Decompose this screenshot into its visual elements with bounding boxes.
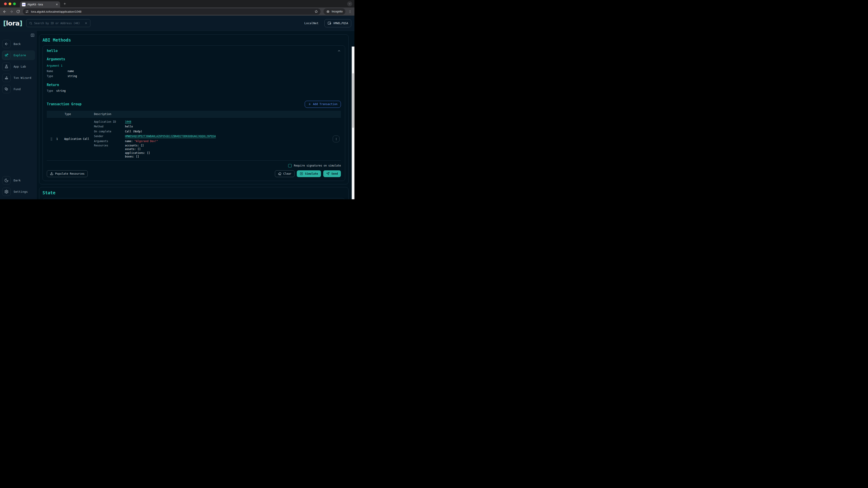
main-content: ABI Methods hello Arguments Argument 1 N… (37, 31, 354, 199)
flask-icon (2, 62, 11, 71)
require-signatures-checkbox[interactable] (288, 164, 291, 167)
drag-handle-icon[interactable] (50, 137, 53, 141)
global-search[interactable] (26, 19, 90, 27)
logo-bracket-right: ] (20, 20, 22, 27)
abi-methods-title: ABI Methods (42, 37, 345, 42)
sidebar-item-txn-wizard[interactable]: Txn Wizard (2, 73, 35, 83)
search-input[interactable] (34, 22, 83, 25)
zoom-window-button[interactable] (13, 2, 16, 5)
forward-nav-icon[interactable] (9, 10, 13, 13)
plus-icon (308, 103, 311, 106)
chevron-up-icon[interactable] (337, 49, 341, 53)
kebab-icon (335, 138, 338, 140)
new-tab-button[interactable] (63, 2, 66, 5)
table-header: Type Description (47, 111, 341, 118)
incognito-label: Incognito (332, 10, 343, 13)
transaction-group-title: Transaction Group (47, 102, 82, 106)
app-header: [lora] LocalNet HMWD…PQSA (0, 15, 354, 31)
sidebar-item-back[interactable]: Back (2, 39, 35, 49)
tab-title: AlgoKit - lora (27, 3, 54, 6)
minimize-window-button[interactable] (8, 2, 11, 5)
coins-icon (2, 85, 11, 93)
logo-bracket-left: [ (3, 20, 6, 27)
reload-icon[interactable] (16, 10, 20, 13)
sidebar-item-fund[interactable]: Fund (2, 84, 35, 94)
sidebar-item-app-lab[interactable]: App Lab (2, 62, 35, 71)
moon-icon (2, 176, 11, 185)
square-play-icon (300, 172, 303, 175)
scrollbar-thumb[interactable] (352, 73, 354, 128)
back-nav-icon[interactable] (3, 10, 6, 13)
wizard-hat-icon (2, 74, 11, 82)
wallet-button[interactable]: HMWD…PQSA (324, 19, 351, 27)
sidebar-item-explore[interactable]: Explore (2, 51, 35, 60)
state-title: State (42, 190, 345, 195)
hard-drive-download-icon (50, 172, 53, 175)
tab-search-chevron-button[interactable] (347, 1, 352, 6)
column-type: Type (65, 112, 94, 116)
page-scrollbar[interactable] (352, 46, 354, 199)
browser-menu-icon[interactable] (348, 10, 352, 13)
state-card: State Global Box (39, 187, 348, 199)
browser-tab[interactable]: [ak] AlgoKit - lora (20, 1, 60, 7)
clear-button[interactable]: Clear (275, 170, 294, 177)
send-button[interactable]: Send (323, 170, 341, 177)
return-type-row: Typestring (47, 89, 341, 94)
transaction-group-table: Type Description 1 Application Call Ap (47, 111, 341, 161)
abi-methods-card: ABI Methods hello Arguments Argument 1 N… (39, 34, 348, 184)
arguments-value: name: "Algorand Dev!" (125, 139, 341, 144)
simulate-button[interactable]: Simulate (297, 170, 321, 177)
traffic-lights (4, 2, 16, 5)
gear-icon (2, 188, 11, 196)
argument-string-value: "Algorand Dev!" (134, 140, 158, 143)
abi-method-hello-card: hello Arguments Argument 1 Namename Type… (42, 45, 345, 181)
argument-type-row: Typestring (47, 74, 341, 79)
search-icon (29, 22, 32, 25)
sender-address-link[interactable]: HMWDSHQCOPD2T36WBAHLAZ6PO5GDJJZBN4D2TODK… (125, 135, 216, 138)
browser-toolbar: lora.algokit.io/localnet/application/104… (0, 7, 354, 15)
populate-resources-button[interactable]: Populate Resources (47, 170, 88, 177)
network-select[interactable]: LocalNet (304, 22, 318, 25)
table-row[interactable]: 1 Application Call Application ID 1048 M… (47, 118, 341, 161)
add-transaction-button[interactable]: Add Transaction (305, 101, 341, 108)
return-title: Return (47, 83, 341, 87)
row-menu-button[interactable] (333, 135, 340, 142)
sidebar-item-settings[interactable]: Settings (2, 187, 35, 197)
close-window-button[interactable] (4, 2, 7, 5)
telescope-icon (2, 51, 11, 59)
bookmark-star-icon[interactable] (314, 10, 318, 13)
logo-text: lora (6, 20, 20, 27)
argument1-caption: Argument 1 (47, 64, 341, 67)
sidebar-collapse-icon[interactable] (31, 33, 35, 37)
arrow-left-icon (2, 40, 11, 48)
search-clear-icon[interactable] (85, 22, 88, 25)
state-inner-card: Global Box (42, 198, 345, 199)
sidebar-item-label: Settings (13, 190, 28, 193)
wallet-address-label: HMWD…PQSA (333, 22, 348, 25)
sidebar: Back Explore App Lab Txn Wizard (0, 31, 37, 199)
tab-close-icon[interactable] (56, 3, 58, 6)
row-type: Application Call (64, 137, 89, 140)
application-id-link[interactable]: 1048 (125, 120, 131, 123)
method-name: hello (47, 48, 58, 53)
oncomplete-value: Call (NoOp) (125, 129, 341, 134)
sidebar-item-theme-dark[interactable]: Dark (2, 175, 35, 185)
row-index: 1 (56, 137, 58, 140)
eraser-icon (278, 172, 281, 175)
argument-name-row: Namename (47, 69, 341, 74)
sidebar-item-label: Explore (13, 54, 26, 57)
sidebar-item-label: Dark (13, 179, 21, 182)
tab-favicon: [ak] (22, 3, 26, 6)
send-icon (326, 172, 330, 175)
arguments-title: Arguments (47, 57, 341, 61)
lora-app: [lora] LocalNet HMWD…PQSA (0, 15, 354, 199)
browser-tab-strip: [ak] AlgoKit - lora (0, 0, 354, 7)
site-settings-icon[interactable] (25, 10, 29, 13)
method-value: hello (125, 124, 341, 129)
sidebar-item-label: Back (13, 42, 21, 46)
wallet-icon (328, 21, 331, 25)
sidebar-item-label: Fund (13, 88, 21, 91)
lora-logo[interactable]: [lora] (3, 20, 22, 27)
resources-value: accounts: [] assets: [] applications: []… (125, 144, 341, 159)
address-bar[interactable]: lora.algokit.io/localnet/application/104… (23, 8, 320, 15)
